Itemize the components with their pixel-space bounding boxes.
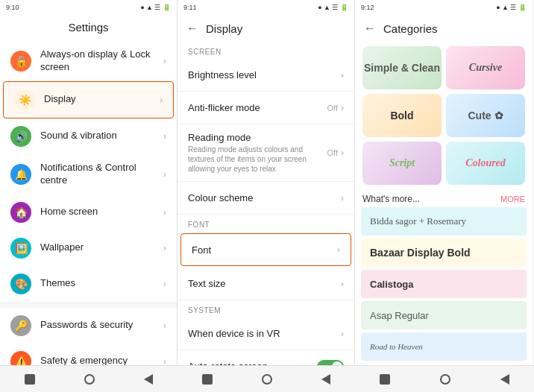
passwords-label-wrapper: Passwords & security (40, 319, 163, 332)
status-icons-1: ● ▲ ☰ 🔋 (140, 4, 171, 11)
reading-chevron: › (341, 148, 344, 158)
font-item-calistoga[interactable]: Calistoga (361, 270, 527, 298)
display-title: Display (206, 22, 242, 35)
notifications-icon: 🔔 (10, 164, 31, 185)
passwords-icon: 🔑 (10, 315, 31, 336)
settings-item-home[interactable]: 🏠 Home screen › (0, 195, 177, 230)
divider-1 (0, 302, 177, 308)
calistoga-label: Calistoga (370, 279, 414, 290)
triangle-icon-1 (144, 374, 153, 385)
font-item-bidda[interactable]: Bidda sagor + Rosemary (361, 207, 527, 235)
circle-icon-2 (262, 374, 272, 385)
nav-back-3[interactable] (500, 374, 509, 385)
categories-title: Categories (383, 22, 438, 35)
script-label: Script (389, 157, 415, 169)
bold-label: Bold (390, 110, 413, 121)
chevron-icon: › (163, 56, 166, 66)
status-bar-2: 9:11 ● ▲ ☰ 🔋 (178, 0, 354, 15)
nav-square-3[interactable] (380, 374, 390, 385)
wallpaper-label-wrapper: Wallpaper (40, 241, 163, 254)
square-icon-3 (380, 374, 390, 385)
antiflicker-text: Anti-flicker mode (188, 102, 327, 113)
settings-panel: 9:10 ● ▲ ☰ 🔋 Settings 🔒 Always-on displa… (0, 0, 178, 392)
font-item-bazaar[interactable]: Bazaar Display Bold (361, 238, 527, 267)
display-label: Display (44, 93, 160, 106)
nav-circle-2[interactable] (262, 374, 272, 385)
settings-item-sound[interactable]: 🔊 Sound & vibration › (0, 118, 177, 154)
font-list: Bidda sagor + Rosemary Bazaar Display Bo… (355, 207, 533, 361)
settings-screen: 9:10 ● ▲ ☰ 🔋 Settings 🔒 Always-on displa… (0, 0, 178, 392)
status-bar-3: 9:12 ● ▲ ☰ 🔋 (355, 0, 533, 15)
cursive-label: Cursive (469, 62, 502, 74)
antiflicker-chevron: › (341, 103, 344, 113)
square-icon-1 (25, 374, 35, 385)
asap-label: Asap Regular (370, 310, 429, 321)
nav-circle-1[interactable] (84, 374, 95, 385)
nav-back-1[interactable] (144, 374, 153, 385)
font-item-road[interactable]: Road to Heaven (361, 332, 527, 361)
vr-text: When device is in VR (188, 328, 341, 339)
back-button-3[interactable]: ← (364, 22, 376, 35)
settings-item-lock[interactable]: 🔒 Always-on display & Lock screen › (0, 41, 177, 81)
brightness-chevron: › (341, 70, 344, 80)
font-item-asap[interactable]: Asap Regular (361, 301, 527, 329)
nav-square-2[interactable] (202, 374, 213, 385)
category-card-cute[interactable]: Cute ✿ (446, 94, 525, 137)
font-chevron: › (337, 244, 340, 255)
reading-item[interactable]: Reading mode Reading mode adjusts colour… (178, 124, 354, 182)
triangle-icon-2 (321, 374, 330, 385)
themes-label-wrapper: Themes (40, 277, 163, 290)
system-section-label: SYSTEM (178, 300, 354, 317)
category-card-bold[interactable]: Bold (362, 94, 442, 137)
settings-item-display[interactable]: ☀️ Display › (3, 81, 174, 118)
sound-icon: 🔊 (10, 126, 31, 147)
vr-item[interactable]: When device is in VR › (178, 317, 354, 350)
time-3: 9:12 (361, 4, 374, 11)
whats-more-label: What's more... (362, 194, 420, 204)
category-card-script[interactable]: Script (362, 142, 442, 185)
coloured-label: Coloured (465, 157, 506, 169)
nav-bar-1 (0, 365, 178, 392)
textsize-chevron: › (341, 279, 344, 289)
nav-back-2[interactable] (321, 374, 330, 385)
font-section-label: FONT (178, 215, 354, 232)
font-item[interactable]: Font › (180, 233, 351, 266)
textsize-text: Text size (188, 278, 341, 289)
settings-item-passwords[interactable]: 🔑 Passwords & security › (0, 308, 177, 344)
settings-item-wallpaper[interactable]: 🖼️ Wallpaper › (0, 230, 177, 266)
reading-value: Off (327, 148, 338, 157)
antiflicker-item[interactable]: Anti-flicker mode Off › (178, 92, 354, 124)
simple-label: Simple & Clean (364, 62, 440, 74)
vr-chevron: › (341, 329, 344, 339)
category-card-coloured[interactable]: Coloured (446, 142, 525, 185)
notifications-chevron: › (163, 169, 166, 180)
whats-more-section: What's more... MORE (355, 189, 533, 207)
bidda-label: Bidda sagor + Rosemary (370, 215, 466, 227)
wallpaper-chevron: › (163, 243, 166, 253)
back-button-2[interactable]: ← (186, 22, 198, 35)
nav-circle-3[interactable] (440, 374, 450, 385)
categories-header: ← Categories (355, 15, 533, 42)
textsize-item[interactable]: Text size › (178, 268, 354, 300)
sound-chevron: › (163, 131, 166, 142)
cute-label: Cute ✿ (468, 110, 503, 121)
bazaar-label: Bazaar Display Bold (370, 247, 471, 259)
categories-screen: 9:12 ● ▲ ☰ 🔋 ← Categories Simple & Clean… (355, 0, 533, 392)
wallpaper-icon: 🖼️ (10, 238, 31, 259)
brightness-text: Brightness level (188, 69, 341, 80)
time-2: 9:11 (183, 4, 197, 11)
passwords-chevron: › (163, 320, 166, 331)
reading-text: Reading mode Reading mode adjusts colour… (188, 132, 327, 174)
brightness-item[interactable]: Brightness level › (178, 59, 354, 92)
nav-square-1[interactable] (25, 374, 35, 385)
display-header: ← Display (178, 15, 354, 42)
settings-item-themes[interactable]: 🎨 Themes › (0, 266, 177, 302)
settings-item-notifications[interactable]: 🔔 Notifications & Control centre › (0, 154, 177, 195)
categories-panel: 9:12 ● ▲ ☰ 🔋 ← Categories Simple & Clean… (355, 0, 534, 392)
category-card-cursive[interactable]: Cursive (446, 46, 525, 89)
display-icon: ☀️ (14, 89, 35, 110)
category-card-simple[interactable]: Simple & Clean (362, 46, 442, 89)
status-icons-2: ● ▲ ☰ 🔋 (318, 4, 348, 11)
more-link[interactable]: MORE (500, 195, 525, 203)
colour-item[interactable]: Colour scheme › (178, 182, 354, 215)
